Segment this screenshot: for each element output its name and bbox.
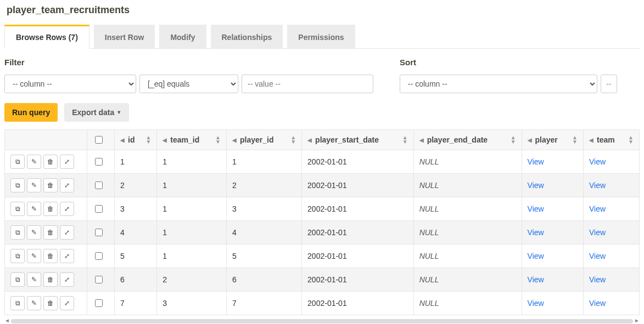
cell-player: View	[522, 245, 583, 268]
cell-player_id: 4	[226, 221, 301, 245]
cell-id: 7	[115, 292, 157, 315]
row-checkbox[interactable]	[95, 229, 103, 236]
clone-button[interactable]: ⧉	[10, 249, 25, 263]
clone-icon: ⧉	[15, 181, 20, 189]
edit-button[interactable]: ✎	[27, 249, 41, 263]
horizontal-scrollbar[interactable]: ◄ ►	[4, 317, 640, 324]
expand-icon: ⤢	[64, 205, 70, 213]
delete-button[interactable]: 🗑	[43, 178, 58, 192]
tab-permissions[interactable]: Permissions	[287, 25, 355, 48]
edit-button[interactable]: ✎	[27, 272, 41, 287]
view-link[interactable]: View	[589, 157, 606, 166]
edit-button[interactable]: ✎	[27, 155, 41, 169]
delete-button[interactable]: 🗑	[43, 202, 58, 216]
expand-button[interactable]: ⤢	[60, 296, 74, 310]
row-checkbox[interactable]	[95, 205, 103, 213]
view-link[interactable]: View	[528, 299, 544, 308]
sort-direction-button[interactable]: --	[601, 75, 617, 93]
column-header-player_start_date[interactable]: ◀player_start_date▲▼	[302, 130, 414, 150]
view-link[interactable]: View	[589, 252, 606, 260]
expand-button[interactable]: ⤢	[60, 202, 74, 216]
delete-button[interactable]: 🗑	[43, 225, 58, 240]
tab-modify[interactable]: Modify	[159, 25, 206, 48]
view-link[interactable]: View	[589, 181, 606, 190]
delete-button[interactable]: 🗑	[43, 155, 58, 169]
view-link[interactable]: View	[528, 181, 544, 190]
view-link[interactable]: View	[528, 228, 544, 237]
cell-player_id: 3	[226, 197, 301, 221]
expand-button[interactable]: ⤢	[60, 225, 74, 240]
expand-button[interactable]: ⤢	[60, 272, 74, 287]
expand-icon: ⤢	[64, 252, 70, 260]
edit-icon: ✎	[31, 229, 37, 236]
expand-button[interactable]: ⤢	[60, 155, 74, 169]
clone-button[interactable]: ⧉	[10, 155, 25, 169]
clone-button[interactable]: ⧉	[10, 202, 25, 216]
row-checkbox[interactable]	[95, 158, 103, 166]
view-link[interactable]: View	[528, 275, 544, 284]
delete-button[interactable]: 🗑	[43, 296, 58, 310]
expand-button[interactable]: ⤢	[60, 178, 74, 192]
data-table: ◀id▲▼◀team_id▲▼◀player_id▲▼◀player_start…	[4, 129, 640, 315]
delete-button[interactable]: 🗑	[43, 272, 58, 287]
delete-button[interactable]: 🗑	[43, 249, 58, 263]
column-header-player_end_date[interactable]: ◀player_end_date▲▼	[413, 130, 522, 150]
row-checkbox[interactable]	[95, 181, 103, 189]
run-query-button[interactable]: Run query	[4, 103, 58, 122]
edit-icon: ✎	[31, 205, 37, 213]
view-link[interactable]: View	[589, 228, 606, 237]
sort-column-select[interactable]: -- column --	[400, 75, 597, 93]
cell-player_start_date: 2002-01-01	[302, 221, 414, 245]
cell-team_id: 1	[157, 150, 227, 174]
clone-button[interactable]: ⧉	[10, 296, 25, 310]
sort-icon: ▲▼	[402, 135, 408, 144]
edit-button[interactable]: ✎	[27, 296, 41, 310]
tab-browse-rows-7[interactable]: Browse Rows (7)	[4, 25, 89, 49]
tab-relationships[interactable]: Relationships	[211, 25, 283, 48]
edit-icon: ✎	[31, 158, 37, 166]
column-label: player	[535, 135, 558, 144]
cell-player: View	[522, 197, 583, 221]
view-link[interactable]: View	[528, 252, 544, 260]
column-header-id[interactable]: ◀id▲▼	[115, 130, 157, 150]
sort-icon: ▲▼	[290, 135, 296, 144]
view-link[interactable]: View	[528, 157, 544, 166]
expand-icon: ⤢	[64, 299, 70, 307]
filter-value-input[interactable]	[242, 75, 373, 93]
column-header-player_id[interactable]: ◀player_id▲▼	[226, 130, 301, 150]
select-all-checkbox[interactable]	[95, 136, 103, 144]
clone-button[interactable]: ⧉	[10, 272, 25, 287]
delete-icon: 🗑	[47, 299, 54, 307]
cell-player: View	[522, 292, 583, 315]
clone-button[interactable]: ⧉	[10, 178, 25, 192]
delete-icon: 🗑	[47, 252, 54, 260]
clone-button[interactable]: ⧉	[10, 225, 25, 240]
cell-player_start_date: 2002-01-01	[302, 150, 414, 174]
column-header-player[interactable]: ◀player▲▼	[522, 130, 583, 150]
expand-button[interactable]: ⤢	[60, 249, 74, 263]
filter-operator-select[interactable]: [_eq] equals	[139, 75, 238, 93]
column-header-team[interactable]: ◀team▲▼	[583, 130, 639, 150]
clone-icon: ⧉	[15, 299, 20, 307]
expand-icon: ⤢	[64, 181, 70, 189]
tab-insert-row[interactable]: Insert Row	[94, 25, 155, 48]
sort-icon: ▲▼	[511, 135, 516, 144]
column-header-team_id[interactable]: ◀team_id▲▼	[157, 130, 227, 150]
view-link[interactable]: View	[528, 204, 544, 213]
view-link[interactable]: View	[589, 204, 606, 213]
cell-player_end_date: NULL	[413, 245, 522, 268]
row-checkbox[interactable]	[95, 276, 103, 283]
cell-player: View	[522, 150, 583, 174]
edit-button[interactable]: ✎	[27, 202, 41, 216]
row-checkbox[interactable]	[95, 252, 103, 260]
view-link[interactable]: View	[589, 299, 606, 308]
cell-player_id: 7	[226, 292, 301, 315]
edit-button[interactable]: ✎	[27, 225, 41, 240]
filter-column-select[interactable]: -- column --	[4, 75, 136, 93]
row-checkbox[interactable]	[95, 299, 103, 307]
edit-icon: ✎	[31, 299, 37, 307]
edit-button[interactable]: ✎	[27, 178, 41, 192]
export-data-button[interactable]: Export data ▼	[64, 103, 129, 122]
view-link[interactable]: View	[589, 275, 606, 284]
clone-icon: ⧉	[15, 252, 20, 260]
